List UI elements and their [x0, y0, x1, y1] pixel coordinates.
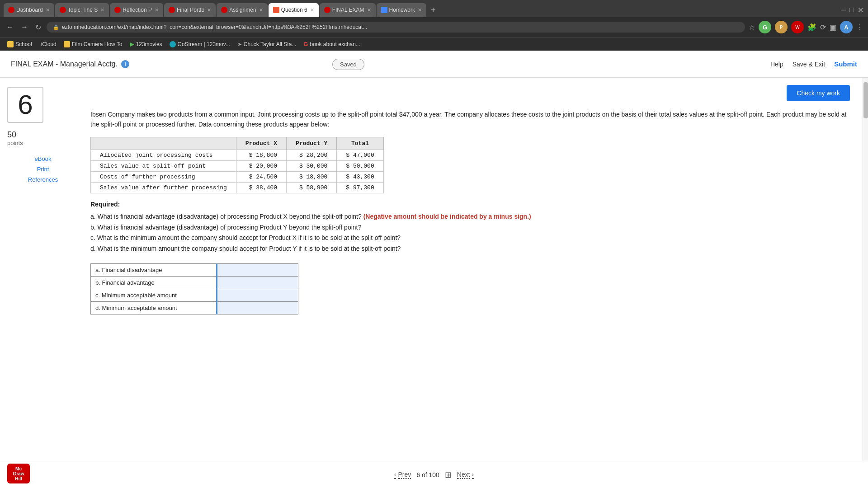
total-pages: 100 — [429, 471, 439, 479]
answer-field-b[interactable] — [222, 279, 293, 286]
scrollbar[interactable] — [863, 78, 868, 461]
answer-field-d[interactable] — [222, 305, 293, 311]
answer-input-d[interactable] — [217, 301, 298, 314]
points-label: points — [7, 140, 79, 146]
page-indicator: 6 of 100 — [416, 471, 439, 479]
tab-close-assignment[interactable]: ✕ — [259, 7, 263, 13]
url-input[interactable]: 🔒 ezto.mheducation.com/ext/map/index.htm… — [47, 22, 745, 33]
tab-label-topic: Topic: The S — [68, 7, 98, 13]
tab-close-portfolio[interactable]: ✕ — [207, 7, 211, 13]
scrollbar-thumb[interactable] — [863, 82, 868, 118]
answer-input-a[interactable] — [217, 263, 298, 276]
logo-mc: Mc — [15, 466, 22, 471]
bookmark-icon-chuck: ➤ — [237, 41, 242, 47]
tab-label-reflection: Reflection P — [123, 7, 152, 13]
question-number-box: 6 — [7, 87, 43, 123]
print-link[interactable]: Print — [7, 166, 79, 173]
answer-row-b: b. Financial advantage — [91, 276, 298, 289]
profile-sync-icon[interactable]: ⟳ — [820, 23, 826, 32]
info-icon[interactable]: i — [121, 60, 129, 68]
app-header: FINAL EXAM - Managerial Acctg. i Saved H… — [0, 51, 868, 78]
tab-close-homework[interactable]: ✕ — [418, 7, 422, 13]
reload-button[interactable]: ↻ — [33, 22, 43, 33]
bookmark-icloud[interactable]: iCloud — [37, 40, 59, 48]
check-work-button[interactable]: Check my work — [787, 85, 850, 101]
tab-favicon-dashboard — [8, 7, 14, 13]
tab-dashboard[interactable]: Dashboard ✕ — [4, 3, 54, 17]
tab-topic[interactable]: Topic: The S ✕ — [55, 3, 109, 17]
tab-finalexam[interactable]: FINAL EXAM ✕ — [320, 3, 376, 17]
split-view-icon[interactable]: ▣ — [830, 23, 836, 32]
extension-icon-2[interactable]: P — [775, 21, 788, 33]
answer-input-c[interactable] — [217, 289, 298, 301]
mcgrawhill-logo: Mc Graw Hill — [7, 464, 30, 483]
maximize-icon[interactable]: □ — [849, 6, 854, 14]
tab-reflection[interactable]: Reflection P ✕ — [110, 3, 163, 17]
close-icon[interactable]: ✕ — [858, 6, 863, 14]
tab-close-finalexam[interactable]: ✕ — [367, 7, 371, 13]
table-cell-px-1: $ 18,800 — [236, 150, 286, 160]
minimize-icon[interactable]: ─ — [841, 6, 846, 14]
new-tab-button[interactable]: + — [427, 4, 439, 17]
user-avatar[interactable]: A — [840, 21, 853, 33]
answer-input-b[interactable] — [217, 276, 298, 289]
browser-chrome: Dashboard ✕ Topic: The S ✕ Reflection P … — [0, 0, 868, 51]
answer-field-c[interactable] — [222, 292, 293, 299]
tab-close-question6[interactable]: ✕ — [310, 7, 314, 13]
bookmark-123movies[interactable]: ▶ 123movies — [127, 40, 165, 48]
tab-assignment[interactable]: Assignmen ✕ — [217, 3, 267, 17]
tab-favicon-assignment — [221, 7, 227, 13]
part-a-text: a. What is financial advantage (disadvan… — [90, 213, 362, 220]
extensions-icon[interactable]: 🧩 — [807, 23, 816, 32]
table-cell-py-2: $ 30,000 — [287, 160, 337, 171]
table-header-producty: Product Y — [287, 137, 337, 150]
answer-field-a[interactable] — [222, 267, 293, 273]
content-area: Check my work Ibsen Company makes two pr… — [86, 78, 868, 461]
prev-button[interactable]: ‹ Prev — [394, 471, 411, 479]
tab-bar: Dashboard ✕ Topic: The S ✕ Reflection P … — [0, 0, 868, 17]
answer-row-d: d. Minimum acceptable amount — [91, 301, 298, 314]
table-cell-desc-2: Sales value at split-off point — [91, 160, 236, 171]
sidebar-links: eBook Print References — [7, 155, 79, 183]
extension-icon-3[interactable]: W — [791, 21, 804, 33]
extension-icon-1[interactable]: G — [759, 21, 771, 33]
references-link[interactable]: References — [7, 176, 79, 183]
main-content: 6 50 points eBook Print References Check… — [0, 78, 868, 461]
answer-label-c: c. Minimum acceptable amount — [91, 289, 217, 301]
tab-close-dashboard[interactable]: ✕ — [46, 7, 50, 13]
bookmark-gostream[interactable]: GoStream | 123mov... — [167, 40, 233, 48]
tab-question6[interactable]: Question 6 ✕ — [269, 3, 319, 17]
tab-close-topic[interactable]: ✕ — [100, 7, 104, 13]
bookmark-filmcamera[interactable]: Film Camera How To — [61, 40, 125, 48]
bookmark-google[interactable]: G book about exchan... — [301, 40, 363, 48]
tab-label-question6: Question 6 — [281, 7, 307, 13]
answer-label-b: b. Financial advantage — [91, 276, 217, 289]
lock-icon: 🔒 — [53, 24, 59, 30]
tab-homework[interactable]: Homework ✕ — [377, 3, 426, 17]
table-cell-py-4: $ 58,900 — [287, 182, 337, 193]
table-cell-px-3: $ 24,500 — [236, 171, 286, 182]
tab-close-reflection[interactable]: ✕ — [155, 7, 159, 13]
bookmark-school[interactable]: School — [5, 40, 35, 48]
ebook-link[interactable]: eBook — [7, 155, 79, 162]
help-link[interactable]: Help — [770, 61, 783, 68]
prev-chevron-icon: ‹ — [394, 471, 396, 479]
next-chevron-icon: › — [472, 471, 474, 479]
submit-button[interactable]: Submit — [834, 60, 857, 68]
bookmark-star-icon[interactable]: ☆ — [749, 23, 755, 32]
current-page: 6 — [416, 471, 420, 479]
forward-button[interactable]: → — [19, 22, 30, 32]
menu-icon[interactable]: ⋮ — [856, 23, 863, 32]
of-label: of — [422, 471, 427, 479]
table-row-4: Sales value after further processing $ 3… — [91, 182, 384, 193]
play-icon: ▶ — [130, 41, 134, 47]
tab-label-assignment: Assignmen — [229, 7, 256, 13]
tab-portfolio[interactable]: Final Portfo ✕ — [164, 3, 216, 17]
bookmark-chuck[interactable]: ➤ Chuck Taylor All Sta... — [235, 40, 299, 48]
question-body: Ibsen Company makes two products from a … — [90, 109, 854, 130]
back-button[interactable]: ← — [5, 22, 15, 32]
part-b-text: b. What is financial advantage (disadvan… — [90, 224, 361, 231]
grid-view-button[interactable]: ⊞ — [445, 470, 452, 480]
save-exit-button[interactable]: Save & Exit — [793, 61, 825, 68]
next-button[interactable]: Next › — [457, 471, 474, 479]
